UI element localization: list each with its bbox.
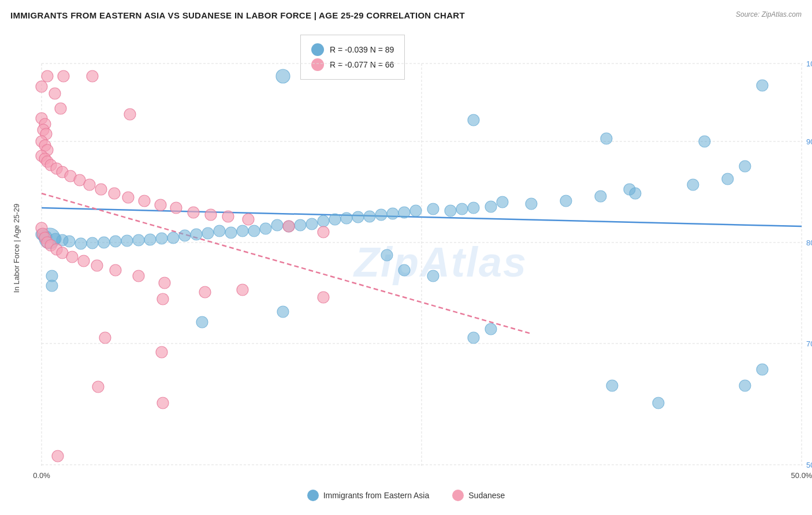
bottom-swatch-pink [452, 490, 464, 501]
svg-point-131 [78, 255, 90, 267]
svg-point-22 [739, 161, 751, 172]
svg-point-78 [739, 380, 751, 391]
svg-point-92 [124, 109, 136, 120]
svg-point-115 [188, 207, 199, 218]
svg-point-28 [526, 198, 537, 210]
svg-point-31 [468, 202, 479, 214]
source-label: Source: ZipAtlas.com [736, 10, 802, 18]
svg-point-21 [757, 80, 768, 91]
svg-point-83 [757, 364, 768, 375]
svg-text:50.0%: 50.0% [791, 471, 812, 480]
svg-point-53 [202, 227, 214, 239]
svg-point-88 [87, 70, 98, 82]
svg-point-20 [699, 136, 710, 147]
svg-point-32 [456, 203, 468, 215]
svg-point-62 [98, 237, 110, 248]
svg-point-113 [155, 199, 166, 211]
svg-point-48 [260, 223, 271, 234]
svg-point-136 [199, 286, 211, 298]
svg-point-135 [159, 277, 170, 289]
svg-point-90 [49, 88, 61, 99]
svg-point-57 [156, 233, 167, 244]
svg-point-47 [271, 219, 283, 231]
svg-point-108 [84, 179, 95, 191]
svg-point-111 [122, 192, 134, 203]
svg-point-45 [295, 219, 306, 231]
svg-point-118 [243, 214, 254, 225]
bottom-swatch-blue [307, 490, 319, 501]
svg-point-77 [606, 380, 618, 391]
svg-point-24 [687, 179, 699, 191]
svg-point-122 [237, 284, 248, 296]
svg-text:100.0%: 100.0% [806, 59, 812, 68]
svg-point-110 [109, 188, 120, 199]
svg-point-58 [144, 234, 156, 245]
svg-point-17 [276, 69, 290, 83]
legend-item-pink: Sudanese [452, 490, 505, 501]
svg-point-60 [121, 235, 133, 247]
svg-point-86 [42, 70, 53, 82]
legend-item-blue: Immigrants from Eastern Asia [307, 490, 430, 501]
svg-point-119 [283, 221, 295, 232]
svg-text:70.0%: 70.0% [806, 339, 812, 348]
svg-point-120 [318, 226, 329, 238]
svg-point-116 [205, 209, 217, 221]
svg-point-19 [601, 133, 612, 144]
svg-point-49 [248, 225, 260, 237]
svg-point-112 [139, 195, 150, 207]
svg-point-50 [237, 225, 248, 237]
svg-point-54 [191, 229, 202, 240]
svg-point-42 [329, 214, 341, 225]
svg-point-59 [133, 234, 144, 246]
svg-point-26 [595, 191, 606, 202]
svg-point-75 [196, 316, 208, 328]
svg-point-84 [624, 184, 635, 195]
svg-point-27 [560, 195, 572, 207]
svg-point-121 [318, 292, 329, 303]
svg-point-114 [170, 202, 182, 214]
svg-point-35 [410, 205, 422, 217]
svg-point-63 [87, 237, 98, 249]
svg-point-80 [468, 332, 479, 344]
svg-point-33 [445, 205, 456, 217]
svg-text:50.0%: 50.0% [806, 461, 812, 469]
svg-point-34 [427, 203, 439, 215]
svg-point-38 [375, 209, 387, 221]
svg-point-91 [55, 103, 66, 114]
svg-point-133 [110, 264, 121, 276]
svg-point-81 [427, 270, 439, 282]
svg-point-41 [341, 212, 352, 224]
svg-point-89 [36, 81, 47, 92]
svg-point-23 [722, 173, 733, 185]
svg-point-52 [214, 225, 225, 237]
svg-point-36 [398, 207, 410, 218]
bottom-legend: Immigrants from Eastern Asia Sudanese [0, 490, 812, 501]
legend-label-blue-bottom: Immigrants from Eastern Asia [323, 491, 430, 500]
svg-point-117 [222, 211, 234, 222]
svg-point-51 [225, 227, 237, 238]
svg-point-142 [156, 346, 167, 358]
svg-point-130 [66, 251, 78, 263]
svg-point-134 [133, 270, 144, 282]
svg-point-137 [99, 332, 111, 344]
chart-svg: 100.0% 90.0% 80.0% 70.0% 50.0% 0.0% 50.0… [0, 29, 812, 497]
svg-point-56 [167, 232, 179, 244]
chart-container: IMMIGRANTS FROM EASTERN ASIA VS SUDANESE… [0, 0, 812, 515]
svg-point-109 [95, 184, 107, 195]
svg-point-37 [387, 208, 398, 219]
svg-point-40 [352, 211, 364, 223]
svg-point-76 [485, 323, 497, 335]
svg-point-141 [92, 381, 104, 393]
svg-point-87 [58, 70, 69, 82]
svg-point-44 [306, 218, 318, 230]
svg-point-64 [75, 238, 87, 249]
svg-point-85 [398, 264, 410, 276]
svg-point-73 [46, 280, 58, 292]
svg-point-61 [110, 236, 121, 247]
svg-point-43 [318, 215, 329, 227]
svg-point-82 [381, 249, 393, 261]
legend-label-pink-bottom: Sudanese [468, 491, 505, 500]
svg-point-29 [497, 196, 508, 208]
svg-point-138 [157, 397, 169, 409]
svg-point-132 [91, 260, 103, 271]
